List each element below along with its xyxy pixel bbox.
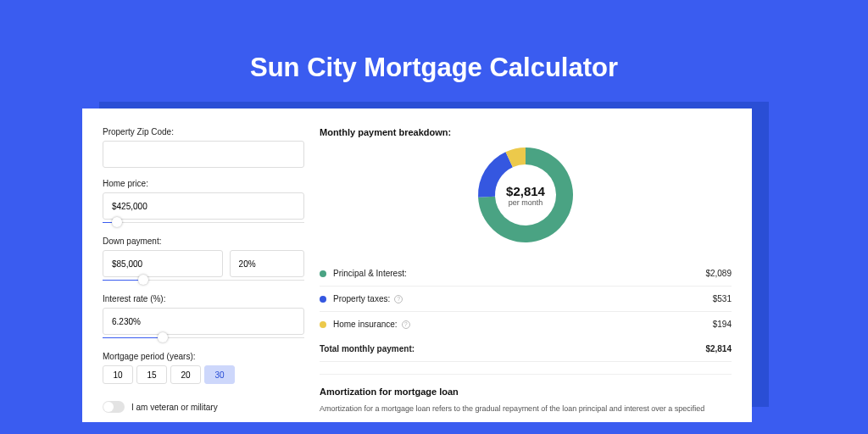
veteran-row: I am veteran or military <box>103 401 304 413</box>
down-payment-label: Down payment: <box>103 236 304 246</box>
breakdown-row: Principal & Interest:$2,089 <box>320 261 732 287</box>
breakdown-row: Property taxes:?$531 <box>320 287 732 312</box>
breakdown-value: $2,089 <box>705 269 732 278</box>
page-title: Sun City Mortgage Calculator <box>0 0 868 83</box>
breakdown-value: $531 <box>713 294 732 303</box>
breakdown-value: $194 <box>713 320 732 329</box>
legend-dot <box>320 296 326 303</box>
help-icon[interactable]: ? <box>402 320 410 329</box>
breakdown-title: Monthly payment breakdown: <box>320 127 732 137</box>
amortization-title: Amortization for mortgage loan <box>320 387 732 397</box>
rate-input[interactable] <box>103 308 304 335</box>
period-button-20[interactable]: 20 <box>170 365 201 384</box>
form-panel: Property Zip Code: Home price: Down paym… <box>103 127 304 422</box>
total-value: $2,814 <box>705 344 732 353</box>
home-price-slider[interactable] <box>103 219 304 225</box>
total-row: Total monthly payment: $2,814 <box>320 337 732 362</box>
period-label: Mortgage period (years): <box>103 352 304 361</box>
period-button-15[interactable]: 15 <box>136 365 167 384</box>
amortization-section: Amortization for mortgage loan Amortizat… <box>320 374 732 415</box>
breakdown-label: Principal & Interest: <box>333 269 407 278</box>
breakdown-row: Home insurance:?$194 <box>320 312 732 337</box>
period-button-10[interactable]: 10 <box>103 365 133 384</box>
payment-donut-chart: $2,814 per month <box>475 144 576 246</box>
donut-center-value: $2,814 <box>506 184 545 198</box>
period-button-30[interactable]: 30 <box>204 365 235 384</box>
total-label: Total monthly payment: <box>320 344 415 353</box>
legend-dot <box>320 270 326 277</box>
veteran-label: I am veteran or military <box>131 403 218 412</box>
down-payment-slider[interactable] <box>103 276 304 283</box>
zip-input[interactable] <box>103 141 304 168</box>
rate-slider[interactable] <box>103 334 304 341</box>
home-price-label: Home price: <box>103 179 304 188</box>
zip-block: Property Zip Code: <box>103 127 304 168</box>
down-payment-block: Down payment: <box>103 236 304 283</box>
rate-label: Interest rate (%): <box>103 294 304 303</box>
help-icon[interactable]: ? <box>394 295 403 303</box>
amortization-body: Amortization for a mortgage loan refers … <box>320 403 732 415</box>
veteran-toggle[interactable] <box>103 401 125 413</box>
breakdown-label: Property taxes: <box>333 294 390 303</box>
zip-label: Property Zip Code: <box>103 127 304 136</box>
calculator-card: Property Zip Code: Home price: Down paym… <box>82 108 752 422</box>
donut-center-sub: per month <box>509 198 543 207</box>
legend-dot <box>320 321 326 328</box>
card-shadow: Property Zip Code: Home price: Down paym… <box>99 102 769 407</box>
rate-block: Interest rate (%): <box>103 294 304 341</box>
home-price-block: Home price: <box>103 179 304 225</box>
down-payment-amount-input[interactable] <box>103 250 223 277</box>
period-block: Mortgage period (years): 10152030 <box>103 352 304 384</box>
down-payment-percent-input[interactable] <box>230 250 304 277</box>
breakdown-label: Home insurance: <box>333 320 398 329</box>
donut-wrap: $2,814 per month <box>320 144 732 246</box>
home-price-input[interactable] <box>103 192 304 220</box>
breakdown-panel: Monthly payment breakdown: $2,814 per mo… <box>320 127 732 422</box>
